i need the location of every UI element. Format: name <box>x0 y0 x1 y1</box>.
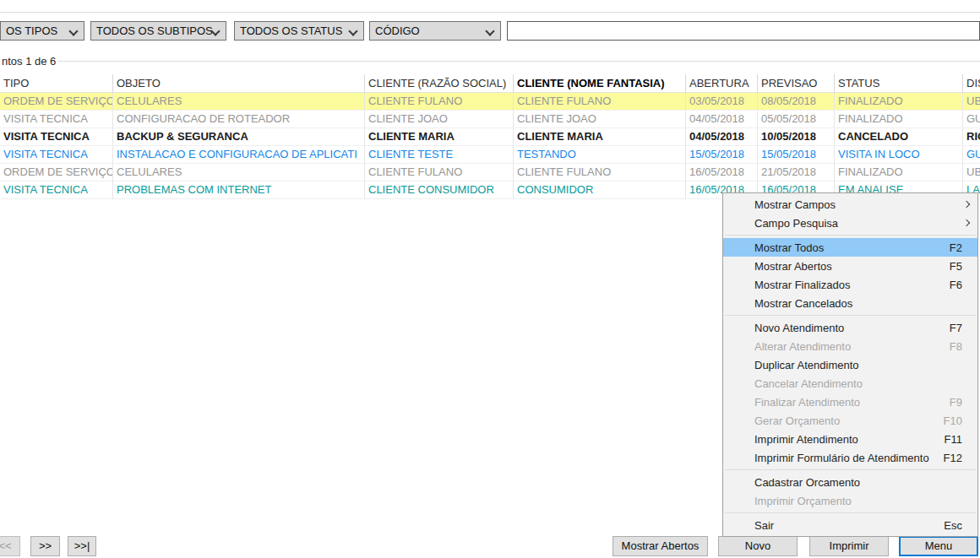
menu-item-label: Cadastrar Orcamento <box>754 476 860 489</box>
menu-separator <box>725 235 976 236</box>
column-header-abertura[interactable]: ABERTURA <box>686 74 758 92</box>
mostrar-abertos-button[interactable]: Mostrar Abertos <box>612 536 708 556</box>
menu-item-sair[interactable]: SairEsc <box>723 516 977 534</box>
cell-tipo: ORDEM DE SERVIÇO <box>0 164 113 181</box>
cell-razao: CLIENTE FULANO <box>365 164 514 181</box>
imprimir-button[interactable]: Imprimir <box>809 536 889 556</box>
column-header-fantasia[interactable]: CLIENTE (NOME FANTASIA) <box>514 74 686 92</box>
menu-item-shortcut: F7 <box>950 322 962 334</box>
menu-item-shortcut: F8 <box>950 340 962 353</box>
group-box-border <box>57 61 980 62</box>
menu-item-campo-pesquisa[interactable]: Campo Pesquisa <box>723 214 977 232</box>
record-counter: ntos 1 de 6 <box>2 55 56 68</box>
table-header-row: TIPOOBJETOCLIENTE (RAZÃO SOCIAL)CLIENTE … <box>0 74 980 93</box>
atendimentos-table: TIPOOBJETOCLIENTE (RAZÃO SOCIAL)CLIENTE … <box>0 74 980 199</box>
menu-item-label: Imprimir Formulário de Atendimento <box>754 452 929 464</box>
menu-item-label: Mostrar Campos <box>754 198 836 211</box>
menu-separator <box>725 315 976 316</box>
table-row[interactable]: ORDEM DE SERVIÇOCELULARESCLIENTE FULANOC… <box>0 93 980 111</box>
cell-objeto: BACKUP & SEGURANCA <box>113 128 365 145</box>
menu-item-duplicar-atendimento[interactable]: Duplicar Atendimento <box>723 355 977 374</box>
menu-item-novo-atendimento[interactable]: Novo AtendimentoF7 <box>723 318 977 337</box>
cell-previsao: 05/05/2018 <box>758 111 835 127</box>
cell-objeto: CONFIGURACAO DE ROTEADOR <box>113 111 365 127</box>
cell-dis: UB <box>963 164 980 181</box>
menu-item-label: Sair <box>754 519 774 532</box>
menu-item-label: Finalizar Atendimento <box>754 396 860 409</box>
cell-abertura: 15/05/2018 <box>686 146 758 163</box>
cell-dis: GU <box>963 146 980 163</box>
menu-item-shortcut: F12 <box>944 452 962 464</box>
cell-tipo: VISITA TECNICA <box>0 146 113 163</box>
filter-dropdown-label: OS TIPOS <box>6 24 57 37</box>
menu-item-label: Campo Pesquisa <box>754 217 838 230</box>
cell-previsao: 08/05/2018 <box>758 93 835 110</box>
menu-item-alterar-atendimento: Alterar AtendimentoF8 <box>723 337 977 355</box>
chevron-down-icon <box>348 26 357 35</box>
menu-item-shortcut: Esc <box>944 519 962 532</box>
menu-item-shortcut: F6 <box>950 279 962 291</box>
search-input[interactable] <box>507 21 980 41</box>
cell-status: CANCELADO <box>835 128 963 145</box>
menu-item-mostrar-todos[interactable]: Mostrar TodosF2 <box>723 238 977 257</box>
filter-dropdown-tipos[interactable]: OS TIPOS <box>0 21 84 41</box>
column-header-status[interactable]: STATUS <box>835 74 963 92</box>
filter-dropdown-codigo[interactable]: CÓDIGO <box>369 21 501 41</box>
cell-fantasia: CONSUMIDOR <box>514 181 686 198</box>
menu-item-shortcut: F11 <box>945 433 962 446</box>
cell-objeto: CELULARES <box>113 164 365 181</box>
menu-separator <box>725 469 976 470</box>
cell-fantasia: CLIENTE MARIA <box>514 128 686 145</box>
filter-dropdown-status[interactable]: TODOS OS STATUS <box>234 21 364 41</box>
cell-status: FINALIZADO <box>835 164 963 181</box>
menu-item-finalizar-atendimento: Finalizar AtendimentoF9 <box>723 393 977 411</box>
chevron-right-icon <box>963 219 970 226</box>
menu-item-shortcut: F9 <box>950 396 962 409</box>
menu-separator <box>725 512 976 513</box>
cell-dis: GU <box>963 111 980 127</box>
cell-status: FINALIZADO <box>835 111 963 127</box>
pager-button-nextnext[interactable]: >> <box>30 536 60 556</box>
cell-tipo: VISITA TECNICA <box>0 181 113 198</box>
context-menu: Mostrar CamposCampo PesquisaMostrar Todo… <box>722 192 978 537</box>
menu-item-cancelar-atendimento: Cancelar Atendimento <box>723 374 977 393</box>
column-header-tipo[interactable]: TIPO <box>0 74 113 92</box>
menu-item-imprimir-atendimento[interactable]: Imprimir AtendimentoF11 <box>723 430 977 448</box>
column-header-objeto[interactable]: OBJETO <box>113 74 365 92</box>
menu-item-label: Imprimir Atendimento <box>754 433 858 446</box>
chevron-down-icon <box>485 26 494 35</box>
cell-previsao: 10/05/2018 <box>758 128 835 145</box>
menu-item-mostrar-abertos[interactable]: Mostrar AbertosF5 <box>723 257 977 275</box>
table-row[interactable]: VISITA TECNICABACKUP & SEGURANCACLIENTE … <box>0 128 980 146</box>
pager-button-nextnextlast[interactable]: >>| <box>68 536 96 556</box>
column-header-dis[interactable]: DIS <box>963 74 980 92</box>
menu-item-label: Mostrar Todos <box>754 241 824 254</box>
table-row[interactable]: VISITA TECNICAINSTALACAO E CONFIGURACAO … <box>0 146 980 164</box>
menu-item-imprimir-formulario-de-atendimento[interactable]: Imprimir Formulário de AtendimentoF12 <box>723 448 977 467</box>
menu-item-label: Mostrar Abertos <box>754 260 832 273</box>
menu-item-mostrar-cancelados[interactable]: Mostrar Cancelados <box>723 294 977 312</box>
column-header-razao[interactable]: CLIENTE (RAZÃO SOCIAL) <box>365 74 514 92</box>
menu-item-label: Alterar Atendimento <box>754 340 851 353</box>
cell-dis: RIO <box>963 128 980 145</box>
menu-item-mostrar-campos[interactable]: Mostrar Campos <box>723 195 977 214</box>
cell-tipo: VISITA TECNICA <box>0 111 113 127</box>
cell-fantasia: CLIENTE FULANO <box>514 164 686 181</box>
cell-objeto: CELULARES <box>113 93 365 110</box>
menu-item-mostrar-finalizados[interactable]: Mostrar FinalizadosF6 <box>723 275 977 294</box>
menu-item-shortcut: F10 <box>944 414 962 427</box>
table-row[interactable]: VISITA TECNICACONFIGURACAO DE ROTEADORCL… <box>0 111 980 128</box>
novo-button[interactable]: Novo <box>718 536 798 556</box>
menu-item-gerar-orcamento: Gerar OrçamentoF10 <box>723 411 977 430</box>
menu-item-cadastrar-orcamento[interactable]: Cadastrar Orcamento <box>723 473 977 491</box>
filter-dropdown-subtipos[interactable]: TODOS OS SUBTIPOS <box>90 21 226 41</box>
table-row[interactable]: ORDEM DE SERVIÇOCELULARESCLIENTE FULANOC… <box>0 164 980 181</box>
cell-razao: CLIENTE CONSUMIDOR <box>365 181 514 198</box>
top-divider <box>0 12 980 13</box>
column-header-previsao[interactable]: PREVISAO <box>758 74 835 92</box>
cell-abertura: 03/05/2018 <box>686 93 758 110</box>
cell-status: VISITA IN LOCO <box>835 146 963 163</box>
menu-item-label: Mostrar Cancelados <box>754 297 852 310</box>
menu-button[interactable]: Menu <box>899 536 978 556</box>
cell-razao: CLIENTE TESTE <box>365 146 514 163</box>
